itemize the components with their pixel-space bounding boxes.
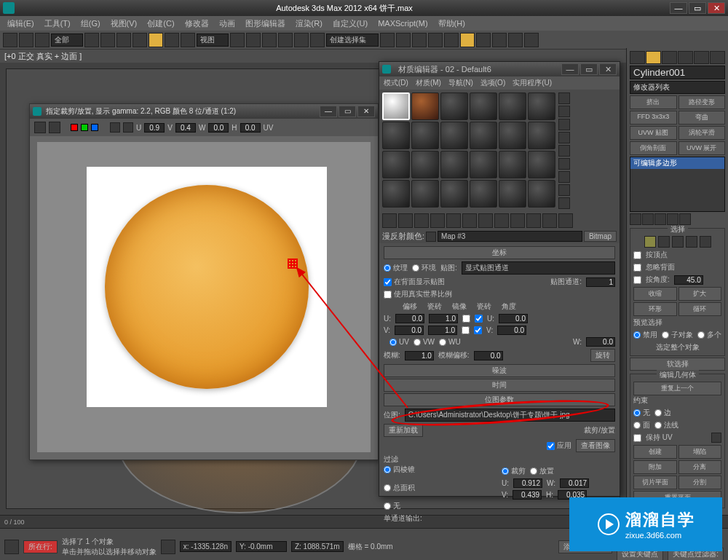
background-icon[interactable]: [558, 119, 570, 130]
rotate-icon[interactable]: [165, 33, 179, 47]
crop-max-button[interactable]: ▭: [339, 106, 356, 117]
uv-radio[interactable]: [389, 339, 397, 346]
mat-slot[interactable]: [470, 122, 497, 149]
bitmap-params-rollout-header[interactable]: 位图参数: [384, 393, 615, 406]
w-angle[interactable]: [586, 337, 615, 347]
element-subobj-icon[interactable]: [700, 236, 711, 248]
show-result-icon[interactable]: [642, 213, 654, 225]
hierarchy-tab-icon[interactable]: [662, 51, 677, 64]
apply-check[interactable]: [547, 442, 555, 450]
mat-slot[interactable]: [382, 151, 410, 178]
coord-rollout-header[interactable]: 坐标: [384, 246, 615, 259]
modifier-button[interactable]: 涡轮平滑: [678, 126, 726, 140]
menu-item[interactable]: 动画: [215, 17, 240, 31]
shrink-button[interactable]: 收缩: [633, 287, 677, 301]
mat-slot[interactable]: [528, 92, 555, 120]
modifier-button[interactable]: FFD 3x3x3: [630, 111, 677, 125]
get-material-icon[interactable]: [382, 213, 397, 228]
create-tab-icon[interactable]: [630, 51, 645, 64]
rect-select-icon[interactable]: [116, 33, 131, 47]
collapse-button[interactable]: 塌陷: [678, 445, 722, 459]
realworld-check[interactable]: [384, 291, 392, 299]
crop-h-field[interactable]: 0.0: [240, 123, 261, 133]
crop-v-field[interactable]: 0.4: [175, 123, 196, 133]
modifier-button[interactable]: 弯曲: [678, 111, 726, 125]
make-copy-icon[interactable]: [446, 213, 461, 228]
align-icon[interactable]: [396, 33, 411, 47]
u-angle[interactable]: [499, 314, 528, 323]
soft-sel-rollout[interactable]: 软选择: [630, 358, 725, 371]
lock-selection-icon[interactable]: [161, 540, 175, 554]
layers-icon[interactable]: [412, 33, 427, 47]
undo-icon[interactable]: [3, 33, 17, 47]
crop-window-titlebar[interactable]: 指定裁剪/放置, 显示 gamma: 2.2, RGB 颜色 8 位/通道 (1…: [30, 104, 378, 119]
bitmap-image[interactable]: [87, 167, 327, 407]
remove-mod-icon[interactable]: [667, 213, 678, 225]
mat-slot[interactable]: [528, 122, 555, 149]
mat-min-button[interactable]: —: [561, 63, 579, 75]
u-mirror[interactable]: [462, 315, 470, 323]
backlight-icon[interactable]: [558, 106, 570, 117]
mat-slot[interactable]: [440, 151, 468, 178]
ring-button[interactable]: 环形: [633, 302, 677, 316]
configure-sets-icon[interactable]: [679, 213, 691, 225]
by-angle-check[interactable]: [633, 276, 641, 284]
mat-slot[interactable]: [382, 92, 410, 120]
modifier-stack[interactable]: 可编辑多边形: [630, 157, 725, 212]
mat-menu-item[interactable]: 模式(D): [384, 78, 408, 88]
sample-type-icon[interactable]: [558, 92, 570, 104]
script-listener-icon[interactable]: [4, 540, 19, 554]
bluroff-spinner[interactable]: [474, 351, 503, 360]
crop-radio[interactable]: [502, 468, 509, 475]
z-coord[interactable]: Z: 1088.571m: [291, 541, 344, 552]
material-editor-icon[interactable]: [460, 33, 475, 47]
noise-rollout-header[interactable]: 噪波: [384, 364, 615, 377]
make-unique-stack-icon[interactable]: [654, 213, 666, 225]
snap-icon[interactable]: [262, 33, 277, 47]
crop-close-button[interactable]: ✕: [357, 106, 375, 117]
menu-item[interactable]: 组(G): [76, 17, 105, 31]
named-selection-dropdown[interactable]: 创建选择集: [326, 33, 379, 47]
detach-button[interactable]: 分离: [678, 460, 722, 474]
preview-off-radio[interactable]: [633, 331, 641, 339]
mat-id-icon[interactable]: [494, 213, 509, 228]
assign-icon[interactable]: [414, 213, 429, 228]
select-icon[interactable]: [84, 33, 99, 47]
modifier-button[interactable]: 倒角剖面: [630, 141, 677, 155]
border-subobj-icon[interactable]: [672, 236, 684, 248]
mat-slot[interactable]: [528, 151, 555, 178]
link-icon[interactable]: [35, 33, 50, 47]
make-preview-icon[interactable]: [558, 158, 570, 170]
object-name-field[interactable]: [630, 66, 725, 79]
make-unique-icon[interactable]: [462, 213, 477, 228]
mat-slot[interactable]: [440, 180, 468, 208]
mat-slot[interactable]: [382, 122, 410, 149]
filter-none-radio[interactable]: [384, 502, 391, 510]
render-frame-icon[interactable]: [492, 33, 507, 47]
crop-save-icon[interactable]: [34, 122, 46, 133]
modify-tab-icon[interactable]: [646, 51, 661, 64]
view-image-button[interactable]: 查看图像: [576, 439, 615, 452]
menu-item[interactable]: 创建(C): [143, 17, 178, 31]
curve-editor-icon[interactable]: [428, 33, 443, 47]
put-to-lib-icon[interactable]: [478, 213, 493, 228]
crop-canvas[interactable]: [37, 142, 371, 452]
modifier-button[interactable]: 挤出: [630, 95, 677, 109]
redo-icon[interactable]: [19, 33, 33, 47]
mat-titlebar[interactable]: 材质编辑器 - 02 - Default6 — ▭ ✕: [379, 62, 620, 76]
mat-count-icon[interactable]: [558, 197, 570, 209]
angle-spinner[interactable]: [674, 275, 703, 285]
spinner-snap-icon[interactable]: [310, 33, 325, 47]
map-name-field[interactable]: Map #3: [438, 231, 582, 242]
poly-subobj-icon[interactable]: [686, 236, 697, 248]
mat-menu-item[interactable]: 实用程序(U): [513, 78, 552, 88]
map-channel-dropdown[interactable]: 显式贴图通道: [462, 261, 615, 275]
sample-uv-icon[interactable]: [558, 132, 570, 143]
v-angle[interactable]: [497, 326, 526, 335]
red-channel-icon[interactable]: [71, 124, 78, 131]
mat-slot[interactable]: [499, 122, 526, 149]
constrain-edge-radio[interactable]: [654, 409, 662, 417]
crop-w-field[interactable]: 0.0: [208, 123, 229, 133]
mat-menu-item[interactable]: 材质(M): [416, 78, 441, 88]
show-map-icon[interactable]: [510, 213, 525, 228]
